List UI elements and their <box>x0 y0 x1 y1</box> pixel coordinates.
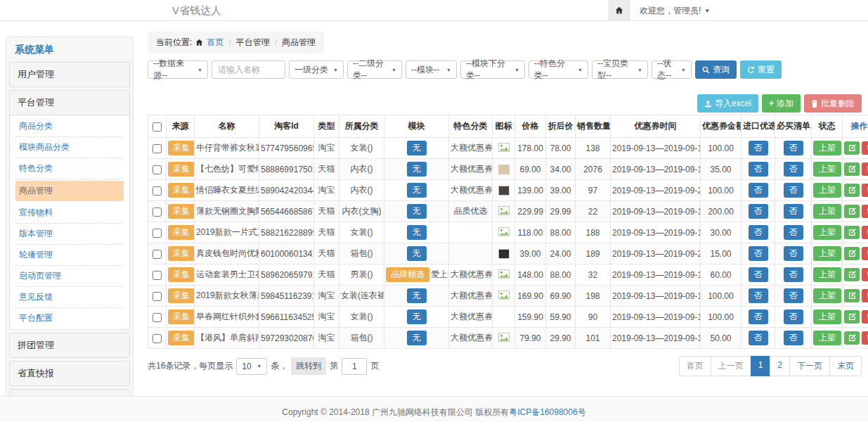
filter-select[interactable]: --模块--▼ <box>406 60 457 79</box>
must-buy-toggle-button[interactable]: 否 <box>784 162 803 177</box>
edit-button[interactable] <box>844 247 860 260</box>
delete-button[interactable] <box>862 247 868 260</box>
must-buy-toggle-button[interactable]: 否 <box>784 246 803 261</box>
sidebar-item-sub[interactable]: 轮播管理 <box>15 245 124 266</box>
must-buy-toggle-button[interactable]: 否 <box>784 225 803 240</box>
delete-button[interactable] <box>862 141 868 155</box>
jump-button[interactable]: 跳转到 <box>291 357 326 375</box>
sidebar-item-sub[interactable]: 商品分类 <box>15 116 124 137</box>
module-badge[interactable]: 无 <box>407 288 427 303</box>
add-button[interactable]: + 添加 <box>762 94 801 113</box>
row-checkbox[interactable] <box>153 271 162 280</box>
imported-toggle-button[interactable]: 否 <box>749 162 768 177</box>
module-badge[interactable]: 无 <box>407 141 427 155</box>
status-button[interactable]: 上架 <box>813 204 841 219</box>
status-button[interactable]: 上架 <box>813 309 841 324</box>
must-buy-toggle-button[interactable]: 否 <box>784 309 803 324</box>
status-button[interactable]: 上架 <box>813 183 841 198</box>
module-badge[interactable]: 品牌精选 <box>386 267 429 282</box>
edit-button[interactable] <box>844 310 860 324</box>
filter-select[interactable]: --二级分类--▼ <box>347 60 402 79</box>
home-button[interactable] <box>609 0 630 21</box>
sidebar-item-sub[interactable]: 模块商品分类 <box>15 137 124 158</box>
reset-button[interactable]: 重置 <box>740 60 782 79</box>
row-checkbox[interactable] <box>153 144 162 153</box>
delete-button[interactable] <box>862 184 868 197</box>
search-button[interactable]: 查询 <box>695 60 737 79</box>
imported-toggle-button[interactable]: 否 <box>749 267 768 282</box>
sidebar-item-user-management[interactable]: 用户管理 <box>10 63 129 87</box>
status-button[interactable]: 上架 <box>813 288 841 303</box>
filter-select[interactable]: --状态--▼ <box>652 60 692 79</box>
row-checkbox[interactable] <box>153 207 162 217</box>
edit-button[interactable] <box>844 268 860 281</box>
page-link[interactable]: 上一页 <box>711 356 751 376</box>
row-checkbox[interactable] <box>153 292 162 301</box>
imported-toggle-button[interactable]: 否 <box>749 183 768 198</box>
data-source-select[interactable]: --数据来源-- ▼ <box>148 60 208 79</box>
page-link[interactable]: 下一页 <box>789 356 830 376</box>
select-all-checkbox[interactable] <box>153 122 162 132</box>
per-page-select[interactable]: 10 ▼ <box>236 358 267 375</box>
row-checkbox[interactable] <box>153 165 162 174</box>
sidebar-item-sub[interactable]: 意见反馈 <box>15 287 124 308</box>
edit-button[interactable] <box>844 226 860 239</box>
page-link[interactable]: 1 <box>751 356 771 376</box>
sidebar-item-sub[interactable]: 版本管理 <box>15 224 124 245</box>
sidebar-item-sub[interactable]: 宣传物料 <box>15 203 124 224</box>
row-checkbox[interactable] <box>153 186 162 196</box>
user-menu[interactable]: 欢迎您，管理员! ▼ <box>640 5 710 17</box>
module-badge[interactable]: 无 <box>407 225 427 240</box>
name-input[interactable] <box>212 60 285 79</box>
must-buy-toggle-button[interactable]: 否 <box>784 267 803 282</box>
page-link[interactable]: 末页 <box>829 356 862 376</box>
page-link[interactable]: 2 <box>770 356 790 376</box>
sidebar-item-sub[interactable]: 特色分类 <box>15 158 124 179</box>
edit-button[interactable] <box>844 141 860 155</box>
delete-button[interactable] <box>862 226 868 239</box>
status-button[interactable]: 上架 <box>813 225 841 240</box>
sidebar-item-platform-management[interactable]: 平台管理 <box>10 91 129 115</box>
status-button[interactable]: 上架 <box>813 162 841 177</box>
filter-select[interactable]: --特色分类--▼ <box>529 60 588 79</box>
module-badge[interactable]: 无 <box>407 162 427 177</box>
sidebar-item[interactable]: 拼团管理 <box>10 333 129 357</box>
jump-page-input[interactable] <box>342 358 367 375</box>
imported-toggle-button[interactable]: 否 <box>749 309 768 324</box>
icp-link[interactable]: 粤ICP备16098006号 <box>509 407 585 417</box>
status-button[interactable]: 上架 <box>813 267 841 282</box>
imported-toggle-button[interactable]: 否 <box>749 204 768 219</box>
imported-toggle-button[interactable]: 否 <box>749 225 768 240</box>
status-button[interactable]: 上架 <box>813 246 841 261</box>
edit-button[interactable] <box>844 184 860 197</box>
page-link[interactable]: 首页 <box>679 356 711 376</box>
sidebar-item-sub[interactable]: 平台配置 <box>15 308 124 328</box>
row-checkbox[interactable] <box>153 250 162 259</box>
edit-button[interactable] <box>844 162 860 176</box>
filter-select[interactable]: --宝贝类型--▼ <box>592 60 648 79</box>
module-badge[interactable]: 无 <box>407 309 427 324</box>
module-badge[interactable]: 无 <box>407 331 427 345</box>
imported-toggle-button[interactable]: 否 <box>749 288 768 303</box>
delete-button[interactable] <box>862 205 868 218</box>
delete-button[interactable] <box>862 331 868 345</box>
batch-delete-button[interactable]: 批量删除 <box>804 94 862 113</box>
filter-select[interactable]: 一级分类▼ <box>289 60 344 79</box>
imported-toggle-button[interactable]: 否 <box>749 331 768 345</box>
status-button[interactable]: 上架 <box>813 141 841 155</box>
delete-button[interactable] <box>862 310 868 324</box>
module-badge[interactable]: 无 <box>407 246 427 261</box>
edit-button[interactable] <box>844 289 860 302</box>
delete-button[interactable] <box>862 289 868 302</box>
must-buy-toggle-button[interactable]: 否 <box>784 288 803 303</box>
module-badge[interactable]: 无 <box>407 183 427 198</box>
import-excel-button[interactable]: 导入excel <box>697 94 758 113</box>
edit-button[interactable] <box>844 205 860 218</box>
row-checkbox[interactable] <box>153 313 162 322</box>
breadcrumb-home-link[interactable]: 首页 <box>207 37 224 49</box>
edit-button[interactable] <box>844 331 860 345</box>
imported-toggle-button[interactable]: 否 <box>749 246 768 261</box>
sidebar-item-sub[interactable]: 启动页管理 <box>15 266 124 287</box>
module-badge[interactable]: 无 <box>407 204 427 219</box>
must-buy-toggle-button[interactable]: 否 <box>784 204 803 219</box>
